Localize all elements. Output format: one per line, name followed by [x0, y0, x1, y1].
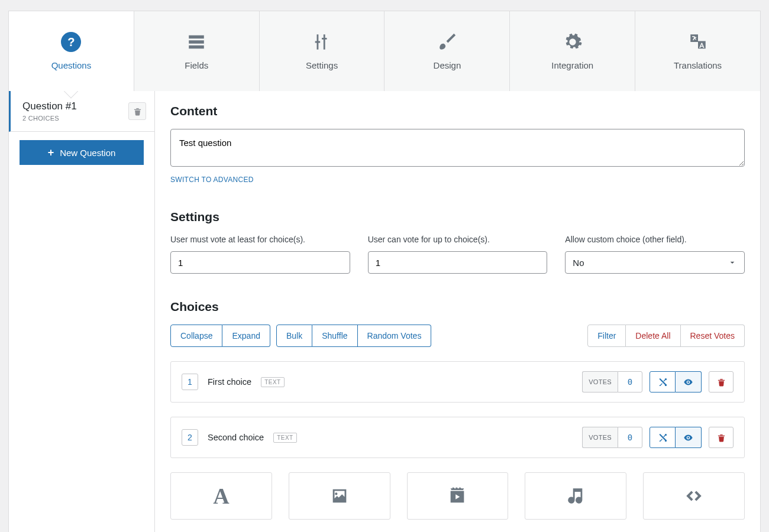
shuffle-icon — [658, 433, 668, 443]
tab-label: Design — [434, 60, 461, 70]
max-votes-label: User can vote for up to choice(s). — [368, 235, 548, 244]
question-title: Question #1 — [22, 100, 77, 112]
choice-type-badge: TEXT — [273, 433, 297, 443]
tab-integration[interactable]: Integration — [510, 11, 635, 91]
switch-to-advanced-link[interactable]: SWITCH TO ADVANCED — [170, 176, 254, 184]
new-question-button[interactable]: + New Question — [20, 140, 144, 165]
collapse-expand-group: Collapse Expand — [170, 325, 270, 347]
random-votes-button[interactable]: Random Votes — [358, 325, 432, 347]
tab-fields[interactable]: Fields — [134, 11, 260, 91]
votes-value[interactable]: 0 — [618, 371, 642, 392]
main-tabs: ? Questions Fields Settings Design Integ… — [9, 11, 760, 91]
tab-label: Translations — [674, 60, 722, 70]
questions-sidebar: Question #1 2 CHOICES + New Question — [9, 91, 155, 532]
choice-type-badge: TEXT — [261, 377, 285, 387]
filter-delete-group: Filter Delete All Reset Votes — [587, 325, 745, 347]
choice-row[interactable]: 1 First choice TEXT VOTES 0 — [170, 361, 745, 403]
tab-label: Settings — [306, 60, 338, 70]
add-html-choice-tile[interactable] — [643, 472, 745, 520]
question-mark-icon: ? — [61, 32, 81, 52]
add-video-choice-tile[interactable] — [407, 472, 509, 520]
expand-button[interactable]: Expand — [222, 325, 270, 347]
trash-icon — [133, 107, 142, 116]
custom-choice-select[interactable]: No — [565, 251, 745, 274]
add-text-choice-tile[interactable]: A — [170, 472, 272, 520]
collapse-button[interactable]: Collapse — [170, 325, 222, 347]
image-icon — [329, 486, 350, 506]
sliders-icon — [312, 32, 332, 52]
preview-choice-button[interactable] — [676, 371, 702, 392]
choice-row[interactable]: 2 Second choice TEXT VOTES 0 — [170, 417, 745, 458]
content-heading: Content — [170, 104, 745, 118]
choice-label: First choice — [208, 377, 251, 387]
eye-icon — [683, 377, 693, 387]
shuffle-button[interactable]: Shuffle — [312, 325, 357, 347]
music-icon — [566, 486, 586, 506]
shuffle-choice-button[interactable] — [650, 427, 676, 448]
eye-icon — [683, 433, 693, 443]
reset-votes-button[interactable]: Reset Votes — [681, 325, 745, 347]
add-audio-choice-tile[interactable] — [525, 472, 626, 520]
tab-translations[interactable]: Translations — [635, 11, 760, 91]
votes-display: VOTES 0 — [582, 371, 642, 392]
min-votes-input[interactable] — [170, 251, 350, 274]
question-subtitle: 2 CHOICES — [22, 115, 77, 122]
gear-icon — [563, 32, 583, 52]
shuffle-icon — [658, 377, 668, 387]
brush-icon — [437, 32, 457, 52]
min-votes-label: User must vote at least for choice(s). — [170, 235, 350, 244]
delete-all-button[interactable]: Delete All — [626, 325, 680, 347]
question-content-input[interactable] — [170, 129, 745, 167]
code-icon — [684, 486, 704, 506]
chevron-down-icon — [728, 258, 737, 267]
votes-display: VOTES 0 — [582, 427, 642, 448]
tab-design[interactable]: Design — [384, 11, 510, 91]
settings-heading: Settings — [170, 210, 745, 224]
plus-icon: + — [48, 147, 54, 159]
trash-icon — [717, 378, 726, 387]
filter-button[interactable]: Filter — [587, 325, 626, 347]
votes-value[interactable]: 0 — [618, 427, 642, 448]
tab-settings[interactable]: Settings — [260, 11, 385, 91]
tab-label: Questions — [51, 60, 92, 70]
choices-heading: Choices — [170, 300, 745, 314]
trash-icon — [717, 433, 726, 442]
new-question-label: New Question — [60, 148, 115, 158]
choice-index: 2 — [182, 429, 198, 446]
text-icon: A — [213, 483, 229, 509]
delete-choice-button[interactable] — [709, 427, 734, 448]
custom-choice-label: Allow custom choice (other field). — [565, 235, 745, 244]
votes-label: VOTES — [582, 371, 618, 392]
delete-question-button[interactable] — [128, 102, 146, 120]
fields-icon — [186, 32, 206, 52]
preview-choice-button[interactable] — [676, 427, 702, 448]
delete-choice-button[interactable] — [709, 371, 734, 392]
video-icon — [447, 486, 467, 506]
max-votes-input[interactable] — [368, 251, 548, 274]
translate-icon — [688, 32, 708, 52]
tab-label: Integration — [551, 60, 593, 70]
choice-label: Second choice — [208, 433, 264, 442]
tab-questions[interactable]: ? Questions — [9, 11, 134, 91]
question-list-item[interactable]: Question #1 2 CHOICES — [9, 91, 154, 132]
bulk-actions-group: Bulk Shuffle Random Votes — [276, 325, 431, 347]
bulk-button[interactable]: Bulk — [276, 325, 312, 347]
tab-label: Fields — [185, 60, 208, 70]
shuffle-choice-button[interactable] — [650, 371, 676, 392]
choice-index: 1 — [182, 374, 198, 390]
add-image-choice-tile[interactable] — [289, 472, 390, 520]
votes-label: VOTES — [582, 427, 618, 448]
custom-choice-value: No — [573, 258, 584, 268]
